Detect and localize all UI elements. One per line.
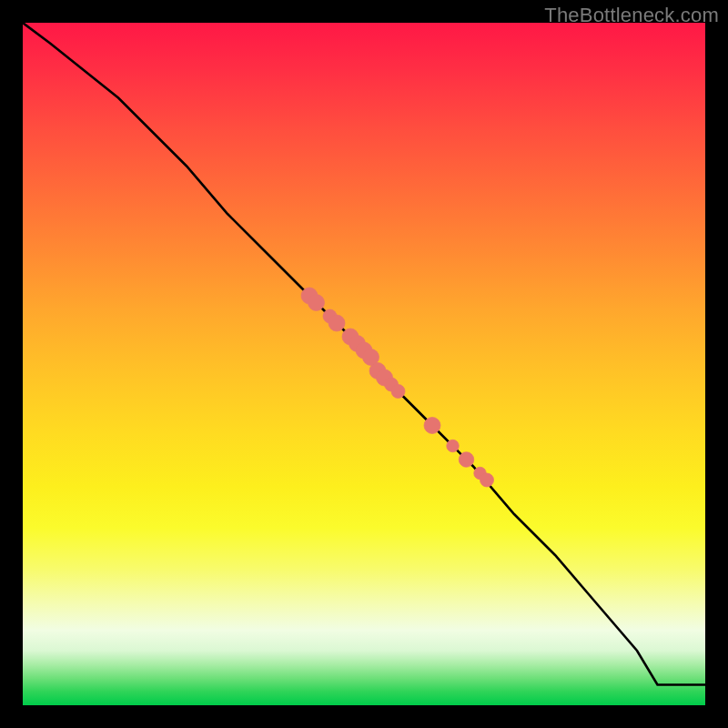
data-marker bbox=[308, 295, 325, 311]
data-markers bbox=[301, 288, 494, 487]
data-marker bbox=[329, 315, 345, 331]
plot-area bbox=[23, 23, 705, 705]
data-marker bbox=[447, 440, 459, 451]
data-marker bbox=[480, 473, 494, 487]
chart-overlay bbox=[23, 23, 705, 705]
data-marker bbox=[424, 418, 440, 434]
data-marker bbox=[391, 385, 405, 399]
data-marker bbox=[459, 452, 474, 468]
chart-stage: TheBottleneck.com bbox=[0, 0, 728, 728]
